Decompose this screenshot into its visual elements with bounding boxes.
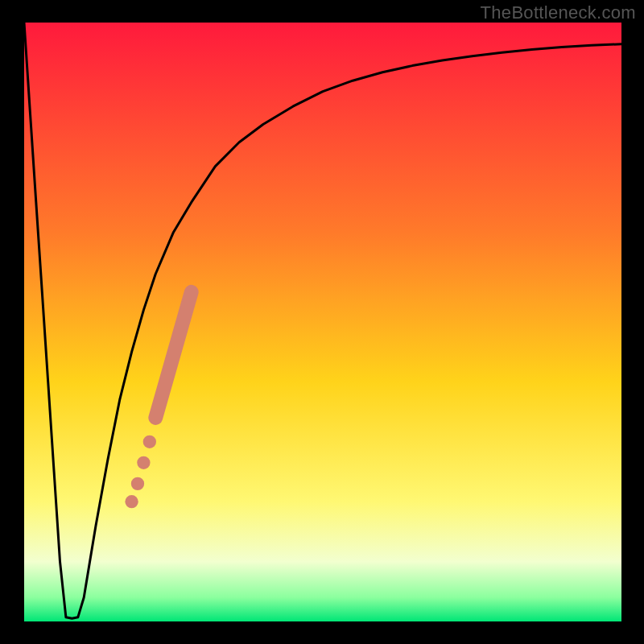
watermark-text: TheBottleneck.com: [481, 2, 636, 23]
highlight-dot: [143, 436, 156, 448]
chart-stage: TheBottleneck.com: [0, 0, 644, 644]
highlight-dot: [125, 495, 138, 508]
plot-area: [24, 23, 621, 621]
highlight-dot: [137, 456, 150, 469]
chart-canvas: [0, 0, 644, 644]
highlight-dot: [131, 477, 144, 490]
